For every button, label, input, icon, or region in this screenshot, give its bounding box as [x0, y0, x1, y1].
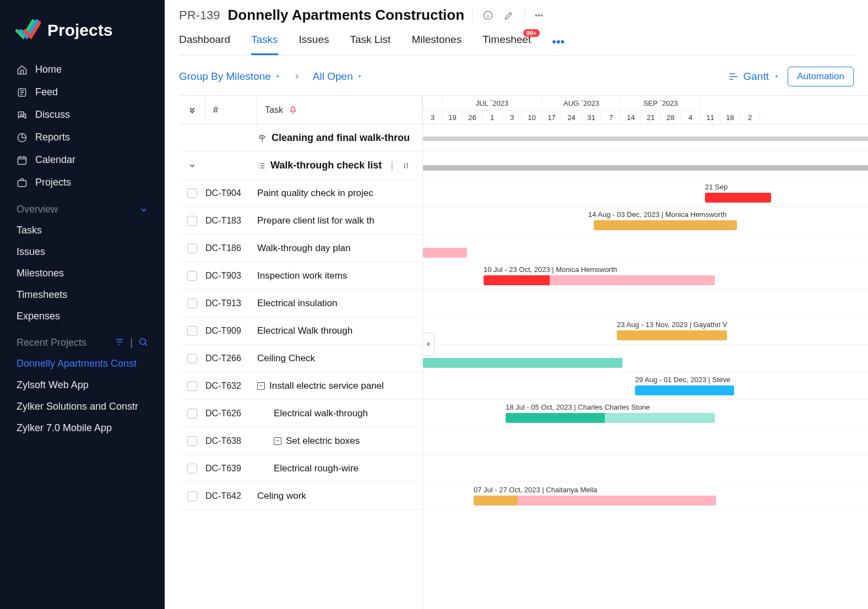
- table-row[interactable]: DC-T913Electrical insulation: [179, 290, 422, 317]
- recent-project-item[interactable]: Zylsoft Web App: [9, 374, 156, 396]
- nav-home[interactable]: Home: [9, 58, 156, 81]
- task-name[interactable]: Electrical rough-wire: [257, 463, 422, 474]
- row-checkbox[interactable]: [187, 354, 197, 363]
- task-name[interactable]: Electrical walk-through: [257, 408, 422, 419]
- row-checkbox[interactable]: [187, 271, 197, 281]
- task-name[interactable]: −Set electric boxes: [257, 436, 422, 447]
- task-name[interactable]: Paint quality check in projec: [257, 188, 422, 199]
- tab-dashboard[interactable]: Dashboard: [179, 34, 230, 53]
- gantt-bar[interactable]: [506, 413, 715, 423]
- row-checkbox[interactable]: [187, 298, 197, 308]
- table-row[interactable]: DC-T626Electrical walk-through: [179, 400, 422, 427]
- section-overview-head[interactable]: Overview: [0, 194, 165, 220]
- task-name[interactable]: Prepare client list for walk th: [257, 215, 422, 226]
- filter-dropdown[interactable]: All Open: [313, 70, 363, 83]
- tabs-more-icon[interactable]: •••: [552, 34, 565, 49]
- task-name[interactable]: Electrical Walk through: [257, 325, 422, 336]
- gantt-bar[interactable]: [705, 193, 771, 203]
- recent-item-label: Donnelly Apartments Const: [17, 358, 137, 369]
- row-checkbox[interactable]: [187, 188, 197, 198]
- tab-timesheet[interactable]: Timesheet 99+: [482, 34, 531, 53]
- task-name[interactable]: −Install electric service panel: [257, 380, 422, 392]
- sort-icon[interactable]: [402, 162, 410, 170]
- nav-calendar[interactable]: Calendar: [9, 149, 156, 171]
- milestone-bar[interactable]: [423, 165, 868, 171]
- gantt-bar[interactable]: [484, 275, 715, 285]
- nav-feed[interactable]: Feed: [9, 81, 156, 104]
- search-icon[interactable]: [138, 337, 148, 349]
- view-gantt-dropdown[interactable]: Gantt: [728, 70, 780, 83]
- tab-issues[interactable]: Issues: [299, 34, 329, 53]
- table-row[interactable]: Cleaning and final walk-throu: [179, 124, 422, 152]
- gantt-bar[interactable]: [617, 330, 727, 340]
- nav-discuss[interactable]: Discuss: [9, 104, 156, 126]
- task-name[interactable]: Inspection work items: [257, 270, 422, 281]
- row-checkbox[interactable]: [187, 491, 197, 501]
- row-checkbox[interactable]: [187, 464, 197, 474]
- task-name[interactable]: Walk-through check list|: [257, 160, 422, 171]
- gantt-bar-label: 23 Aug - 13 Nov, 2023 | Gayathri V: [617, 320, 727, 329]
- edit-icon[interactable]: [503, 10, 514, 21]
- gantt-bar[interactable]: [594, 220, 737, 230]
- nav-label: Discuss: [35, 109, 70, 121]
- table-row[interactable]: DC-T903Inspection work items: [179, 262, 422, 290]
- table-row[interactable]: DC-T909Electrical Walk through: [179, 317, 422, 345]
- filter-icon[interactable]: [115, 337, 124, 349]
- row-checkbox[interactable]: [187, 326, 197, 336]
- table-row[interactable]: DC-T639Electrical rough-wire: [179, 455, 422, 482]
- table-row[interactable]: Walk-through check list|: [179, 152, 422, 180]
- recent-list: Donnelly Apartments Const Zylsoft Web Ap…: [0, 353, 165, 439]
- row-checkbox[interactable]: [187, 381, 197, 391]
- nav-projects[interactable]: Projects: [9, 171, 156, 194]
- tab-milestones[interactable]: Milestones: [411, 34, 462, 53]
- overview-label: Overview: [17, 204, 58, 215]
- nav-reports[interactable]: Reports: [9, 126, 156, 149]
- recent-project-item[interactable]: Donnelly Apartments Const: [9, 353, 156, 374]
- timeline-day: 4: [681, 111, 701, 124]
- table-row[interactable]: DC-T642Celing work: [179, 482, 422, 510]
- milestone-bar[interactable]: [423, 137, 868, 141]
- tab-tasklist[interactable]: Task List: [350, 34, 390, 53]
- table-row[interactable]: DC-T266Ceiling Check: [179, 345, 422, 372]
- overview-tasks[interactable]: Tasks: [9, 220, 156, 241]
- column-header-task[interactable]: Task: [257, 96, 422, 124]
- tab-tasks[interactable]: Tasks: [251, 34, 278, 55]
- table-row[interactable]: DC-T632−Install electric service panel: [179, 372, 422, 400]
- group-by-dropdown[interactable]: Group By Milestone: [179, 70, 281, 83]
- task-name[interactable]: Celing work: [257, 491, 422, 502]
- column-header-id[interactable]: #: [205, 96, 257, 124]
- row-checkbox[interactable]: [187, 216, 197, 226]
- table-row[interactable]: DC-T904Paint quality check in projec: [179, 180, 422, 207]
- more-icon[interactable]: •••: [535, 11, 543, 20]
- task-name[interactable]: Walk-through day plan: [257, 243, 422, 254]
- row-checkbox[interactable]: [187, 436, 197, 446]
- row-checkbox[interactable]: [187, 409, 197, 418]
- recent-project-item[interactable]: Zylker Solutions and Constr: [9, 396, 156, 417]
- recent-project-item[interactable]: Zylker 7.0 Mobile App: [9, 417, 156, 439]
- automation-button[interactable]: Automation: [788, 67, 854, 86]
- task-name[interactable]: Cleaning and final walk-throu: [257, 132, 422, 144]
- gantt-bar[interactable]: [635, 385, 734, 395]
- gantt-chart[interactable]: JUL `2023AUG `2023SEP `2023 319261310172…: [423, 96, 868, 609]
- task-name[interactable]: Ceiling Check: [257, 353, 422, 364]
- overview-expenses[interactable]: Expenses: [9, 306, 156, 327]
- overview-issues[interactable]: Issues: [9, 241, 156, 263]
- overview-milestones[interactable]: Milestones: [9, 263, 156, 284]
- gantt-bar[interactable]: [423, 248, 467, 258]
- info-icon[interactable]: [482, 10, 493, 21]
- gantt-bar[interactable]: [474, 496, 716, 505]
- overview-timesheets[interactable]: Timesheets: [9, 284, 156, 306]
- task-name[interactable]: Electrical insulation: [257, 298, 422, 309]
- pane-collapse-handle[interactable]: [423, 333, 435, 356]
- chevron-down-icon[interactable]: [188, 162, 196, 170]
- table-row[interactable]: DC-T183Prepare client list for walk th: [179, 207, 422, 235]
- expand-toggle[interactable]: −: [274, 437, 281, 445]
- row-expand-cell: [179, 271, 205, 281]
- expand-toggle[interactable]: −: [257, 382, 265, 390]
- table-row[interactable]: DC-T186Walk-through day plan: [179, 235, 422, 262]
- row-checkbox[interactable]: [187, 243, 197, 253]
- gantt-row: [423, 345, 868, 372]
- collapse-all-button[interactable]: [179, 96, 205, 124]
- table-row[interactable]: DC-T638−Set electric boxes: [179, 427, 422, 455]
- gantt-bar[interactable]: [423, 358, 622, 368]
